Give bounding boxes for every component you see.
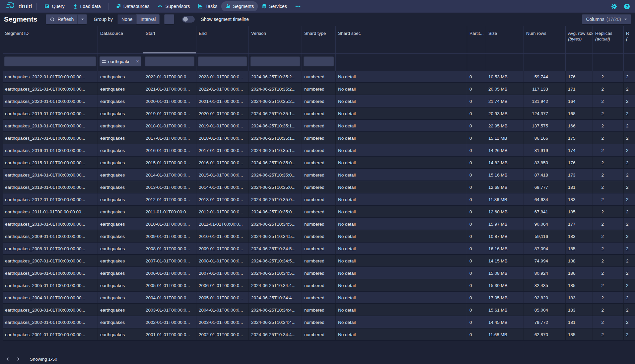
column-label: Start [146,31,194,36]
cell-partition: 0 [467,316,486,328]
refresh-dropdown-button[interactable] [78,14,87,24]
cell-avg-row-size: 171 [566,83,593,95]
nav-more-menu[interactable] [291,1,305,11]
nav-item-supervisors[interactable]: Supervisors [153,1,194,11]
nav-item-load-data[interactable]: Load data [69,1,105,11]
table-row[interactable]: earthquakes_2009-01-01T00:00:00.00...ear… [3,230,635,243]
group-by-none-button[interactable]: None [117,14,136,24]
column-header-version[interactable]: Version [249,26,302,53]
settings-gear-icon[interactable] [610,3,618,10]
column-header-start[interactable]: Start [143,26,196,53]
cell-replicated: 2 [624,71,635,82]
cell-partition: 0 [467,95,486,107]
cell-size: 21.74 MB [486,95,524,107]
filter-input-version[interactable] [250,56,300,66]
showing-label: Showing 1-50 [30,357,57,362]
table-row[interactable]: earthquakes_2007-01-01T00:00:00.00...ear… [3,255,635,267]
cell-start: 2012-01-01T00:00:0... [143,193,196,205]
nav-item-services[interactable]: Services [258,1,291,11]
column-header-size[interactable]: Size [486,26,524,53]
druid-logo[interactable]: druid [5,2,33,11]
nav-item-query[interactable]: Query [40,1,68,11]
table-row[interactable]: earthquakes_2004-01-01T00:00:00.00...ear… [3,292,635,304]
nav-item-datasources[interactable]: Datasources [112,1,154,11]
cell-start: 2002-01-01T00:00:0... [143,316,196,328]
table-row[interactable]: earthquakes_2022-01-01T00:00:00.00...ear… [3,71,635,83]
cell-avg-row-size: 174 [566,144,593,156]
table-row[interactable]: earthquakes_2006-01-01T00:00:00.00...ear… [3,267,635,279]
close-icon[interactable]: × [136,59,139,64]
druid-logo-icon [6,2,16,11]
more-options-button[interactable] [164,14,174,24]
table-row[interactable]: earthquakes_2015-01-01T00:00:00.00...ear… [3,157,635,169]
column-header-replicas[interactable]: Replicas(actual) [593,26,624,53]
table-row[interactable]: earthquakes_2005-01-01T00:00:00.00...ear… [3,279,635,292]
column-header-partition[interactable]: Partit... [467,26,486,53]
segment-timeline-toggle[interactable] [182,16,195,23]
cell-end: 2019-01-01T00:00:0... [196,120,249,131]
cell-avg-row-size: 181 [566,181,593,193]
nav-item-tasks[interactable]: Tasks [194,1,221,11]
next-page-button[interactable] [14,355,23,363]
column-header-segment-id[interactable]: Segment ID [3,26,98,53]
help-icon[interactable]: ? [623,3,630,10]
table-row[interactable]: earthquakes_2019-01-01T00:00:00.00...ear… [3,108,635,120]
column-label: R [626,31,635,36]
table-row[interactable]: earthquakes_2018-01-01T00:00:00.00...ear… [3,120,635,132]
group-by-interval-button[interactable]: Interval [136,14,160,24]
cell-partition: 0 [467,132,486,144]
table-row[interactable]: earthquakes_2014-01-01T00:00:00.00...ear… [3,169,635,181]
cell-start: 2008-01-01T00:00:0... [143,243,196,254]
cell-datasource: earthquakes [98,279,143,291]
cell-datasource: earthquakes [98,193,143,205]
table-row[interactable]: earthquakes_2020-01-01T00:00:00.00...ear… [3,95,635,108]
cell-replicated: 2 [624,108,635,119]
datasource-filter-tag[interactable]: earthquake× [100,56,141,66]
cell-size: 15.08 MB [486,267,524,279]
filter-input-end[interactable] [198,56,247,66]
filter-input-segment-id[interactable] [4,56,96,66]
column-header-datasource[interactable]: Datasource [98,26,143,53]
cell-datasource: earthquakes [98,206,143,217]
column-header-shard-type[interactable]: Shard type [302,26,336,53]
table-row[interactable]: earthquakes_2008-01-01T00:00:00.00...ear… [3,243,635,255]
cell-num-rows: 80,924 [524,267,566,279]
filter-cell-datasource: earthquake× [98,54,143,71]
table-row[interactable]: earthquakes_2011-01-01T00:00:00.00...ear… [3,206,635,218]
datasources-icon [116,4,121,9]
table-row[interactable]: earthquakes_2002-01-01T00:00:00.00...ear… [3,316,635,328]
filter-cell-shard-spec [336,54,467,71]
filter-cell-start [143,54,196,71]
table-row[interactable]: earthquakes_2016-01-01T00:00:00.00...ear… [3,144,635,157]
previous-page-button[interactable] [3,355,12,363]
column-header-avg-row-size[interactable]: Avg. row size(bytes) [566,26,593,53]
table-row[interactable]: earthquakes_2012-01-01T00:00:00.00...ear… [3,193,635,206]
table-row[interactable]: earthquakes_2003-01-01T00:00:00.00...ear… [3,304,635,316]
column-header-shard-spec[interactable]: Shard spec [336,26,467,53]
table-row[interactable]: earthquakes_2001-01-01T00:00:00.00...ear… [3,328,635,341]
table-row[interactable]: earthquakes_2013-01-01T00:00:00.00...ear… [3,181,635,193]
table-row[interactable]: earthquakes_2010-01-01T00:00:00.00...ear… [3,218,635,230]
cell-avg-row-size: 186 [566,267,593,279]
page-title: Segments [4,15,37,23]
cell-shard-type: numbered [302,304,336,316]
toggle-knob [183,17,188,22]
columns-button[interactable]: Columns (17/20) [582,14,631,24]
cell-start: 2014-01-01T00:00:0... [143,169,196,181]
cell-num-rows: 59,744 [524,71,566,82]
filter-input-start[interactable] [145,56,194,66]
table-row[interactable]: earthquakes_2021-01-01T00:00:00.00...ear… [3,83,635,95]
refresh-button[interactable]: Refresh [46,14,78,24]
cell-size: 11.86 MB [486,193,524,205]
cell-replicated: 2 [624,255,635,266]
nav-item-segments[interactable]: Segments [221,1,258,11]
cell-avg-row-size: 164 [566,95,593,107]
column-header-num-rows[interactable]: Num rows [524,26,566,53]
cell-partition: 0 [467,169,486,181]
column-header-replicated[interactable]: R( [624,26,635,53]
cell-shard-spec: No detail [336,157,467,168]
table-row[interactable]: earthquakes_2017-01-01T00:00:00.00...ear… [3,132,635,144]
filter-input-shard-type[interactable] [304,56,334,66]
cell-version: 2024-06-25T10:34:4... [249,316,302,328]
column-header-end[interactable]: End [196,26,249,53]
